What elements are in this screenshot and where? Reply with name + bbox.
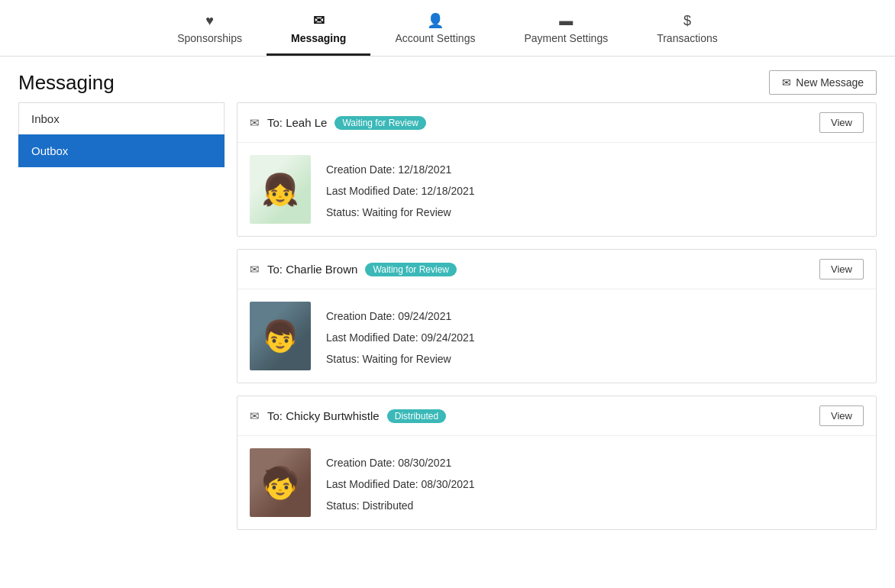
top-nav: ♥ Sponsorships ✉ Messaging 👤 Account Set…: [0, 0, 895, 57]
view-button[interactable]: View: [819, 405, 864, 426]
creation-date: Creation Date: 09/24/2021: [326, 308, 475, 326]
message-card-header: ✉ To: Charlie Brown Waiting for Review V…: [237, 250, 876, 289]
messages-list: ✉ To: Leah Le Waiting for Review View Cr…: [237, 102, 877, 530]
nav-label-account-settings: Account Settings: [395, 32, 475, 44]
dollar-icon: $: [683, 13, 691, 29]
status-text: Status: Waiting for Review: [326, 351, 475, 369]
nav-item-payment-settings[interactable]: ▬ Payment Settings: [499, 7, 632, 56]
last-modified: Last Modified Date: 08/30/2021: [326, 476, 475, 494]
avatar: [250, 302, 311, 370]
envelope-icon: ✉: [250, 263, 260, 276]
status-text: Status: Waiting for Review: [326, 204, 475, 222]
message-card-body: Creation Date: 12/18/2021 Last Modified …: [237, 143, 876, 236]
nav-item-transactions[interactable]: $ Transactions: [632, 7, 742, 56]
message-details: Creation Date: 09/24/2021 Last Modified …: [326, 302, 475, 368]
message-to: To: Charlie Brown: [267, 263, 357, 276]
message-to: To: Leah Le: [267, 116, 327, 129]
message-header-left: ✉ To: Charlie Brown Waiting for Review: [250, 263, 457, 276]
main-header: Messaging ✉ New Message: [0, 57, 895, 102]
sidebar: Inbox Outbox: [18, 102, 225, 530]
message-card: ✉ To: Leah Le Waiting for Review View Cr…: [237, 102, 877, 237]
creation-date: Creation Date: 12/18/2021: [326, 161, 475, 179]
message-card-body: Creation Date: 09/24/2021 Last Modified …: [237, 289, 876, 383]
heart-icon: ♥: [205, 13, 214, 29]
envelope-icon: ✉: [250, 409, 260, 423]
nav-label-messaging: Messaging: [291, 32, 346, 44]
message-to: To: Chicky Burtwhistle: [267, 409, 380, 422]
new-message-button[interactable]: ✉ New Message: [769, 70, 877, 95]
view-button[interactable]: View: [819, 112, 864, 133]
creation-date: Creation Date: 08/30/2021: [326, 454, 475, 473]
envelope-icon: ✉: [250, 116, 260, 130]
inbox-label: Inbox: [31, 112, 60, 125]
outbox-label: Outbox: [31, 144, 68, 157]
envelope-icon: ✉: [782, 76, 791, 89]
status-text: Status: Distributed: [326, 497, 475, 515]
message-card-header: ✉ To: Chicky Burtwhistle Distributed Vie…: [237, 396, 876, 436]
nav-item-sponsorships[interactable]: ♥ Sponsorships: [153, 7, 267, 56]
view-button[interactable]: View: [819, 259, 864, 279]
message-card: ✉ To: Charlie Brown Waiting for Review V…: [237, 249, 877, 383]
message-details: Creation Date: 08/30/2021 Last Modified …: [326, 448, 475, 515]
sidebar-item-outbox[interactable]: Outbox: [18, 134, 225, 167]
nav-label-sponsorships: Sponsorships: [177, 32, 242, 44]
nav-item-account-settings[interactable]: 👤 Account Settings: [370, 6, 499, 56]
last-modified: Last Modified Date: 09/24/2021: [326, 329, 475, 347]
nav-item-messaging[interactable]: ✉ Messaging: [267, 6, 370, 56]
person-icon: 👤: [427, 12, 444, 29]
new-message-label: New Message: [796, 76, 864, 89]
status-badge: Distributed: [387, 409, 446, 423]
nav-label-transactions: Transactions: [657, 32, 718, 44]
last-modified: Last Modified Date: 12/18/2021: [326, 183, 475, 201]
message-details: Creation Date: 12/18/2021 Last Modified …: [326, 155, 475, 221]
message-header-left: ✉ To: Leah Le Waiting for Review: [250, 116, 426, 130]
message-card-body: Creation Date: 08/30/2021 Last Modified …: [237, 436, 876, 529]
chat-icon: ✉: [313, 12, 325, 29]
status-badge: Waiting for Review: [334, 116, 426, 130]
card-icon: ▬: [559, 13, 573, 29]
content-area: Inbox Outbox ✉ To: Leah Le Waiting for R…: [0, 102, 895, 548]
sidebar-item-inbox[interactable]: Inbox: [18, 102, 225, 134]
message-header-left: ✉ To: Chicky Burtwhistle Distributed: [250, 409, 446, 423]
message-card-header: ✉ To: Leah Le Waiting for Review View: [237, 103, 876, 143]
nav-label-payment-settings: Payment Settings: [524, 32, 608, 44]
message-card: ✉ To: Chicky Burtwhistle Distributed Vie…: [237, 396, 877, 530]
page-title: Messaging: [18, 71, 115, 95]
status-badge: Waiting for Review: [365, 263, 457, 276]
avatar: [250, 448, 311, 517]
avatar: [250, 155, 311, 224]
